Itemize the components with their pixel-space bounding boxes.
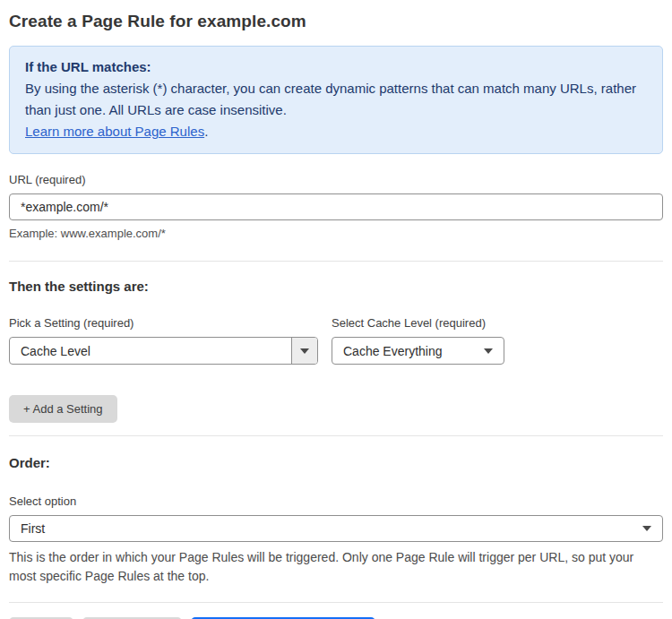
page-rules-link[interactable]: Learn more about Page Rules	[25, 124, 204, 139]
setting-select[interactable]: Cache Level	[9, 337, 318, 365]
divider	[9, 602, 663, 603]
cache-level-select-label: Select Cache Level (required)	[332, 316, 504, 330]
order-select-label: Select option	[9, 494, 663, 508]
order-helper-text: This is the order in which your Page Rul…	[9, 548, 659, 586]
info-box-heading: If the URL matches:	[25, 56, 647, 78]
info-box-link-line: Learn more about Page Rules.	[25, 121, 647, 142]
order-section-heading: Order:	[9, 455, 663, 470]
cache-level-select[interactable]: Cache Everything	[332, 337, 504, 365]
caret-down-icon	[484, 348, 493, 354]
order-select-value: First	[10, 521, 633, 536]
cache-level-select-value: Cache Everything	[332, 344, 475, 358]
url-match-info-box: If the URL matches: By using the asteris…	[9, 46, 663, 154]
caret-down-icon	[300, 348, 309, 354]
url-input[interactable]	[9, 193, 663, 220]
info-box-body: By using the asterisk (*) character, you…	[25, 78, 647, 121]
divider	[9, 261, 663, 262]
setting-select-label: Pick a Setting (required)	[9, 316, 318, 330]
setting-row: Pick a Setting (required) Cache Level Se…	[9, 316, 663, 365]
page-title: Create a Page Rule for example.com	[9, 12, 663, 31]
url-helper-text: Example: www.example.com/*	[9, 227, 663, 240]
caret-down-icon	[642, 526, 651, 531]
divider	[9, 435, 663, 436]
url-field-label: URL (required)	[9, 173, 663, 186]
setting-select-value: Cache Level	[10, 344, 291, 358]
setting-select-arrow-button[interactable]	[291, 338, 317, 364]
settings-section-heading: Then the settings are:	[9, 279, 663, 294]
setting-picker-column: Pick a Setting (required) Cache Level	[9, 316, 318, 365]
link-suffix: .	[204, 124, 208, 139]
order-select[interactable]: First	[9, 515, 663, 542]
add-setting-button[interactable]: + Add a Setting	[9, 395, 117, 423]
cache-level-column: Select Cache Level (required) Cache Ever…	[332, 316, 504, 365]
page-rule-form: Create a Page Rule for example.com If th…	[0, 0, 672, 619]
